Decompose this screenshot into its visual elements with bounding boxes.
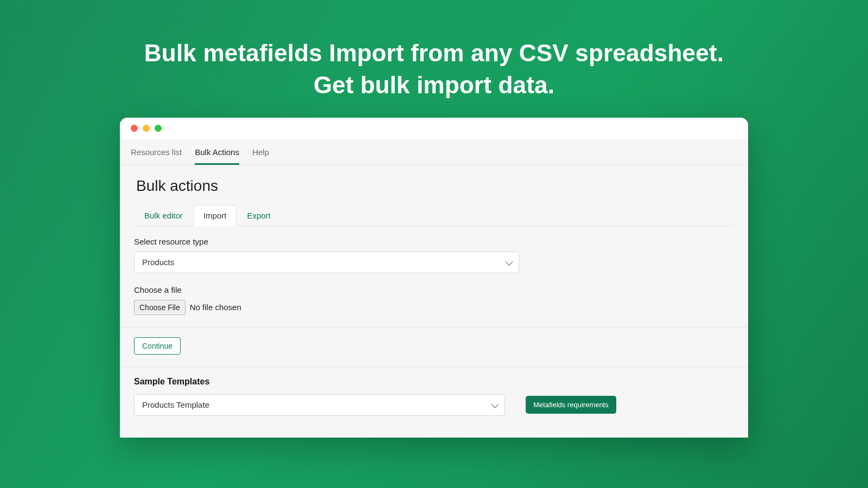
resource-type-label: Select resource type: [134, 237, 519, 246]
divider: [120, 367, 748, 367]
window-titlebar: [120, 118, 748, 139]
chevron-down-icon: [491, 400, 499, 408]
templates-row: Products Template Metafields requirement…: [134, 394, 734, 416]
choose-file-button[interactable]: Choose File: [134, 300, 186, 315]
form-section: Select resource type Products Choose a f…: [134, 237, 519, 315]
subtabs: Bulk editor Import Export: [134, 204, 734, 226]
tab-import[interactable]: Import: [193, 205, 237, 226]
nav-resources-list[interactable]: Resources list: [131, 140, 182, 165]
nav-help[interactable]: Help: [252, 140, 269, 165]
template-select-value: Products Template: [142, 400, 209, 409]
resource-type-value: Products: [142, 258, 174, 267]
hero-line2: Get bulk import data.: [0, 69, 868, 101]
sample-templates-heading: Sample Templates: [134, 377, 734, 387]
close-dot-icon[interactable]: [131, 125, 138, 132]
tab-bulk-editor[interactable]: Bulk editor: [134, 205, 193, 226]
tab-export[interactable]: Export: [237, 205, 280, 226]
hero-headline: Bulk metafields Import from any CSV spre…: [0, 0, 868, 101]
resource-type-select[interactable]: Products: [134, 252, 519, 273]
file-chosen-status: No file chosen: [190, 303, 241, 312]
content-area: Bulk actions Bulk editor Import Export S…: [120, 165, 748, 438]
main-nav: Resources list Bulk Actions Help: [120, 139, 748, 165]
divider: [120, 327, 748, 328]
hero-line1: Bulk metafields Import from any CSV spre…: [0, 37, 868, 69]
page-title: Bulk actions: [134, 177, 734, 195]
continue-button[interactable]: Continue: [134, 337, 181, 355]
choose-file-label: Choose a file: [134, 285, 519, 294]
template-select[interactable]: Products Template: [134, 394, 505, 416]
file-input-row: Choose File No file chosen: [134, 300, 519, 315]
nav-bulk-actions[interactable]: Bulk Actions: [195, 140, 239, 165]
metafields-requirements-button[interactable]: Metafields requirements: [526, 396, 616, 414]
minimize-dot-icon[interactable]: [143, 125, 150, 132]
maximize-dot-icon[interactable]: [155, 125, 162, 132]
chevron-down-icon: [505, 258, 513, 265]
app-window: Resources list Bulk Actions Help Bulk ac…: [120, 118, 748, 438]
